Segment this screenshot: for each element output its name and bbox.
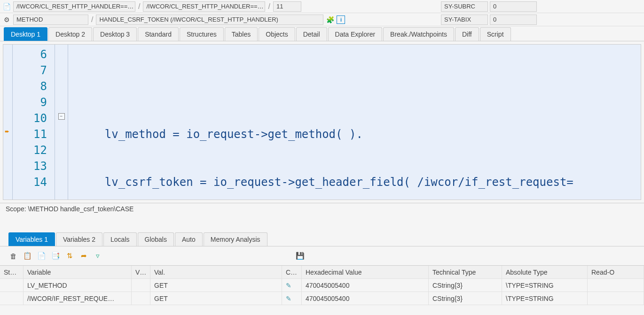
tab-globals[interactable]: Globals (138, 232, 174, 246)
gear-icon[interactable]: ⚙ (2, 15, 11, 24)
splitter[interactable] (0, 215, 644, 231)
path-sep-2: / (267, 2, 271, 11)
cell-hex: 470045005400 (302, 292, 429, 305)
action3-icon[interactable]: 📑 (51, 251, 60, 261)
cell-variable: /IWCOR/IF_REST_REQUE… (24, 292, 132, 305)
delete-icon[interactable]: 🗑 (8, 251, 18, 261)
edit-icon[interactable]: ✎ (286, 282, 291, 289)
document-icon[interactable]: 📄 (2, 2, 11, 11)
variables-toolbar: 🗑 📋 📄 📑 ⇅ ➦ ▿ 💾 (0, 246, 644, 265)
cell-value: GET (150, 279, 282, 292)
breadcrumb-path-2[interactable]: /IWCOR/CL_REST_HTTP_HANDLER==… (143, 1, 265, 12)
cell-hex: 470045005400 (302, 279, 429, 292)
current-line-arrow-icon: ➨ (3, 128, 12, 135)
fold-collapse-icon[interactable]: − (58, 113, 65, 120)
col-readonly[interactable]: Read-O (588, 266, 644, 278)
line-num: 12 (15, 142, 47, 158)
col-hex[interactable]: Hexadecimal Value (302, 266, 429, 278)
line-num: 9 (15, 94, 47, 110)
code-editor[interactable]: ➨ 6 7 8 9 10 11 12 13 14 − lv_method = i… (3, 44, 641, 200)
tab-data-explorer[interactable]: Data Explorer (328, 27, 383, 41)
col-variable[interactable]: Variable (24, 266, 132, 278)
line-num: 7 (15, 62, 47, 78)
fold-gutter[interactable]: − (55, 45, 68, 200)
tab-diff[interactable]: Diff (455, 27, 479, 41)
path-sep-1: / (137, 2, 141, 11)
toolbar-row-2: ⚙ METHOD / HANDLE_CSRF_TOKEN (/IWCOR/CL_… (0, 13, 644, 26)
cell-abs: \TYPE=STRING (502, 292, 588, 305)
line-num: 8 (15, 78, 47, 94)
tab-standard[interactable]: Standard (138, 27, 179, 41)
hierarchy-icon[interactable]: 🧩 (325, 15, 335, 24)
tab-structures[interactable]: Structures (180, 27, 224, 41)
action1-icon[interactable]: 📋 (23, 251, 32, 261)
tab-script[interactable]: Script (480, 27, 511, 41)
cell-status (0, 279, 24, 292)
col-vt[interactable]: V… (132, 266, 150, 278)
line-number-gutter: 6 7 8 9 10 11 12 13 14 (13, 45, 55, 200)
desktop-tabs: Desktop 1 Desktop 2 Desktop 3 Standard S… (0, 26, 644, 41)
sy-subrc-label: SY-SUBRC (441, 1, 488, 12)
tab-tables[interactable]: Tables (225, 27, 258, 41)
filter-icon[interactable]: ▿ (93, 251, 102, 261)
tab-variables-1[interactable]: Variables 1 (8, 232, 55, 246)
cell-tech: CString{3} (429, 292, 502, 305)
col-value[interactable]: Val. (150, 266, 282, 278)
toolbar-row-1: 📄 /IWCOR/CL_REST_HTTP_HANDLER==… / /IWCO… (0, 0, 644, 13)
line-num: 14 (15, 174, 47, 190)
tab-break-watchpoints[interactable]: Break./Watchpoints (383, 27, 454, 41)
sy-subrc-value: 0 (490, 1, 537, 12)
cell-vt (132, 279, 150, 292)
action2-icon[interactable]: 📄 (37, 251, 46, 261)
cell-readonly (588, 292, 644, 305)
cell-value: GET (150, 292, 282, 305)
col-abs[interactable]: Absolute Type (502, 266, 588, 278)
code-body[interactable]: lv_method = io_request->get_method( ). l… (68, 45, 641, 200)
variables-tabs: Variables 1 Variables 2 Locals Globals A… (0, 231, 644, 246)
code-line-8: lv_csrf_token = io_request->get_header_f… (68, 174, 641, 190)
cell-change[interactable]: ✎ (282, 279, 302, 292)
tab-objects[interactable]: Objects (259, 27, 295, 41)
tab-detail[interactable]: Detail (296, 27, 327, 41)
col-tech[interactable]: Technical Type (429, 266, 502, 278)
variables-table: St… Variable V… Val. C… Hexadecimal Valu… (0, 265, 644, 305)
tab-desktop-3[interactable]: Desktop 3 (93, 27, 137, 41)
edit-icon[interactable]: ✎ (286, 295, 291, 302)
col-change[interactable]: C… (282, 266, 302, 278)
cell-tech: CString{3} (429, 279, 502, 292)
tab-desktop-1[interactable]: Desktop 1 (4, 27, 47, 41)
table-row[interactable]: LV_METHOD GET ✎ 470045005400 CString{3} … (0, 279, 644, 292)
cell-variable: LV_METHOD (24, 279, 132, 292)
table-row[interactable]: /IWCOR/IF_REST_REQUE… GET ✎ 470045005400… (0, 292, 644, 305)
sort-icon[interactable]: ⇅ (65, 251, 74, 261)
breakpoint-gutter[interactable]: ➨ (3, 45, 13, 200)
tab-locals[interactable]: Locals (103, 232, 136, 246)
cell-status (0, 292, 24, 305)
save-icon[interactable]: 💾 (295, 251, 305, 261)
tab-auto[interactable]: Auto (175, 232, 203, 246)
path-sep-3: / (90, 15, 94, 24)
info-icon[interactable]: i (337, 15, 345, 24)
scope-bar: Scope: \METHOD handle_csrf_token\CASE (0, 203, 644, 215)
line-num: 11 (15, 126, 47, 142)
line-num: 6 (15, 46, 47, 62)
export-icon[interactable]: ➦ (79, 251, 88, 261)
sy-tabix-label: SY-TABIX (441, 15, 488, 25)
tab-memory-analysis[interactable]: Memory Analysis (204, 232, 267, 246)
col-status[interactable]: St… (0, 266, 24, 278)
current-line-field[interactable]: 11 (273, 1, 301, 12)
tab-desktop-2[interactable]: Desktop 2 (48, 27, 92, 41)
sy-tabix-value: 0 (490, 15, 537, 25)
cell-abs: \TYPE=STRING (502, 279, 588, 292)
object-type-field[interactable]: METHOD (13, 15, 88, 25)
method-name-field[interactable]: HANDLE_CSRF_TOKEN (/IWCOR/CL_REST_HTTP_H… (96, 15, 323, 25)
code-line-6 (68, 78, 641, 94)
cell-vt (132, 292, 150, 305)
cell-change[interactable]: ✎ (282, 292, 302, 305)
code-line-7: lv_method = io_request->get_method( ). (68, 126, 641, 142)
line-num: 13 (15, 158, 47, 174)
breadcrumb-path-1[interactable]: /IWCOR/CL_REST_HTTP_HANDLER==… (13, 1, 135, 12)
tab-variables-2[interactable]: Variables 2 (56, 232, 102, 246)
cell-readonly (588, 279, 644, 292)
variables-header-row: St… Variable V… Val. C… Hexadecimal Valu… (0, 266, 644, 279)
